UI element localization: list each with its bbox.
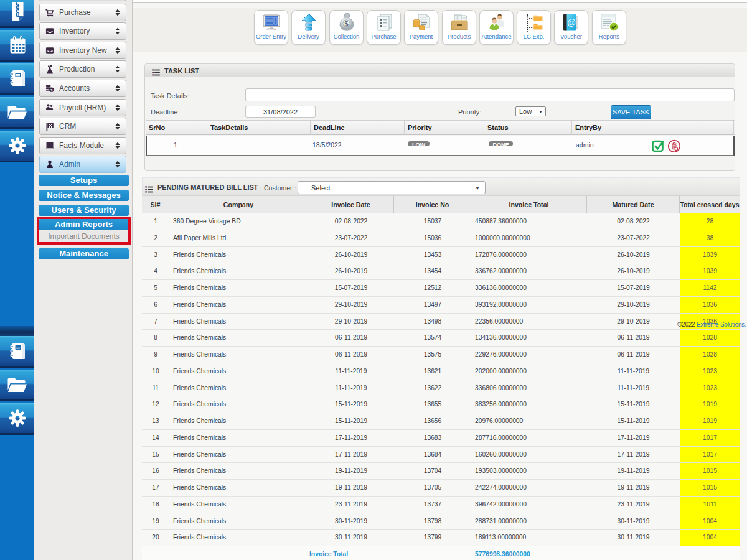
- svg-text:$: $: [344, 19, 349, 27]
- svg-text:@: @: [566, 17, 575, 27]
